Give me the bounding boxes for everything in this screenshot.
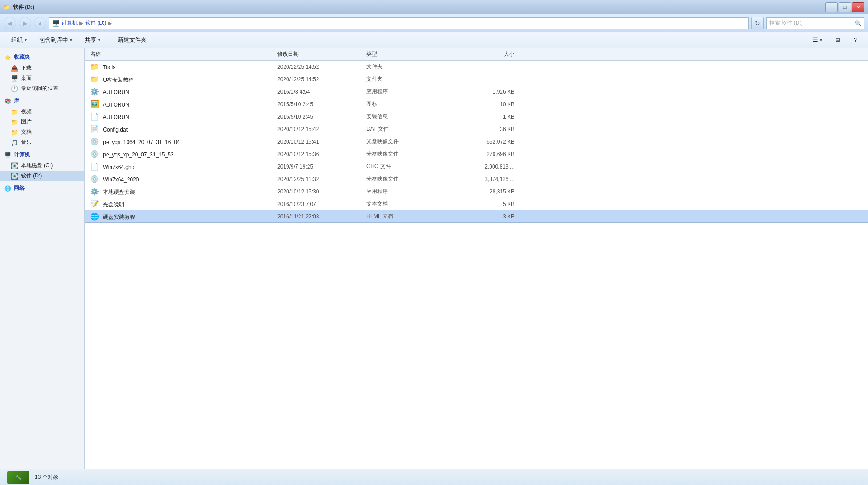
favorites-label: 收藏夹 bbox=[14, 53, 30, 61]
file-date-cell: 2016/11/21 22:03 bbox=[276, 214, 365, 220]
table-row[interactable]: 💿 pe_yqs_1064_20_07_31_16_04 2020/10/12 … bbox=[85, 136, 868, 148]
breadcrumb-drive[interactable]: 软件 (D:) bbox=[85, 19, 106, 27]
sidebar-section-network: 🌐 网络 bbox=[0, 183, 84, 194]
sidebar-group-network[interactable]: 🌐 网络 bbox=[0, 183, 84, 194]
sidebar-item-video[interactable]: 📁 视频 bbox=[0, 107, 84, 117]
file-icon: 🌐 bbox=[90, 213, 99, 220]
file-type-cell: 应用程序 bbox=[365, 88, 445, 95]
video-icon: 📁 bbox=[11, 108, 18, 115]
sidebar-group-favorites[interactable]: ⭐ 收藏夹 bbox=[0, 52, 84, 63]
title-bar-controls: — □ ✕ bbox=[825, 2, 864, 12]
sidebar-item-desktop[interactable]: 🖥️ 桌面 bbox=[0, 73, 84, 83]
file-size-cell: 652,072 KB bbox=[445, 139, 516, 145]
file-date-cell: 2019/9/7 19:25 bbox=[276, 164, 365, 170]
file-type-cell: 应用程序 bbox=[365, 188, 445, 195]
file-name-cell: 💿 pe_yqs_xp_20_07_31_15_53 bbox=[88, 150, 276, 158]
maximize-button[interactable]: □ bbox=[839, 2, 851, 12]
music-icon: 🎵 bbox=[11, 139, 18, 146]
sidebar-item-desktop-label: 桌面 bbox=[21, 74, 32, 82]
file-icon: 📄 bbox=[90, 125, 99, 133]
col-header-date[interactable]: 修改日期 bbox=[276, 50, 365, 58]
view-button[interactable]: ☰ ▾ bbox=[807, 34, 828, 46]
computer-label: 计算机 bbox=[14, 151, 30, 159]
refresh-button[interactable]: ↻ bbox=[751, 17, 764, 29]
file-name: 本地硬盘安装 bbox=[103, 189, 135, 195]
network-icon: 🌐 bbox=[4, 185, 11, 192]
breadcrumb-sep-1: ▶ bbox=[79, 20, 83, 26]
file-name-cell: 🖼️ AUTORUN bbox=[88, 100, 276, 108]
search-icon[interactable]: 🔍 bbox=[855, 20, 861, 26]
file-date-cell: 2020/10/12 15:36 bbox=[276, 151, 365, 157]
sidebar-item-documents[interactable]: 📁 文档 bbox=[0, 127, 84, 137]
new-folder-label: 新建文件夹 bbox=[118, 36, 147, 44]
drive-c-icon: 💽 bbox=[11, 162, 18, 169]
network-label: 网络 bbox=[14, 185, 25, 192]
col-header-size[interactable]: 大小 bbox=[445, 50, 516, 58]
table-row[interactable]: 🌐 硬盘安装教程 2016/11/21 22:03 HTML 文档 3 KB bbox=[85, 210, 868, 223]
file-icon: 💿 bbox=[90, 150, 99, 158]
sidebar-item-drive-d[interactable]: 💽 软件 (D:) bbox=[0, 171, 84, 181]
sidebar-item-music[interactable]: 🎵 音乐 bbox=[0, 137, 84, 148]
new-folder-button[interactable]: 新建文件夹 bbox=[112, 34, 152, 46]
file-name-cell: ⚙️ AUTORUN bbox=[88, 87, 276, 96]
close-button[interactable]: ✕ bbox=[852, 2, 864, 12]
sidebar-group-computer[interactable]: 🖥️ 计算机 bbox=[0, 149, 84, 160]
file-icon: 💿 bbox=[90, 175, 99, 183]
title-bar-left: 📁 软件 (D:) bbox=[4, 4, 34, 11]
sidebar-item-drive-c[interactable]: 💽 本地磁盘 (C:) bbox=[0, 160, 84, 171]
col-header-name[interactable]: 名称 bbox=[88, 50, 276, 58]
sidebar-item-pictures[interactable]: 📁 图片 bbox=[0, 117, 84, 127]
minimize-button[interactable]: — bbox=[825, 2, 838, 12]
file-size-cell: 1,926 KB bbox=[445, 89, 516, 95]
drive-d-icon: 💽 bbox=[11, 173, 18, 180]
share-button[interactable]: 共享 ▾ bbox=[79, 34, 106, 46]
file-icon: 📝 bbox=[90, 200, 99, 208]
pictures-icon: 📁 bbox=[11, 119, 18, 126]
toolbar-right: ☰ ▾ ⊞ ? bbox=[807, 34, 863, 46]
file-name: Win7x64_2020 bbox=[103, 177, 139, 183]
file-type-cell: 光盘映像文件 bbox=[365, 150, 445, 158]
help-button[interactable]: ? bbox=[848, 34, 863, 46]
library-icon: 📚 bbox=[4, 98, 11, 104]
title-bar: 📁 软件 (D:) — □ ✕ bbox=[0, 0, 868, 14]
table-row[interactable]: 📄 Win7x64.gho 2019/9/7 19:25 GHO 文件 2,90… bbox=[85, 160, 868, 173]
breadcrumb-computer[interactable]: 计算机 bbox=[62, 19, 78, 27]
window-title: 软件 (D:) bbox=[13, 4, 34, 11]
sidebar-item-recent[interactable]: 🕐 最近访问的位置 bbox=[0, 83, 84, 94]
file-name: 光盘说明 bbox=[103, 201, 124, 208]
table-row[interactable]: 📝 光盘说明 2016/10/23 7:07 文本文档 5 KB bbox=[85, 198, 868, 210]
breadcrumb-sep-2: ▶ bbox=[108, 20, 112, 26]
address-bar[interactable]: 🖥️ 计算机 ▶ 软件 (D:) ▶ bbox=[49, 17, 749, 29]
sidebar-item-music-label: 音乐 bbox=[21, 139, 32, 146]
documents-icon: 📁 bbox=[11, 129, 18, 136]
table-row[interactable]: 📄 AUTORUN 2015/5/10 2:45 安装信息 1 KB bbox=[85, 111, 868, 123]
table-row[interactable]: 📄 Config.dat 2020/10/12 15:42 DAT 文件 36 … bbox=[85, 123, 868, 136]
sidebar-item-downloads[interactable]: 📥 下载 bbox=[0, 63, 84, 73]
table-row[interactable]: 💿 Win7x64_2020 2020/12/25 11:32 光盘映像文件 3… bbox=[85, 173, 868, 185]
search-bar[interactable]: 搜索 软件 (D:) 🔍 bbox=[766, 17, 864, 29]
up-button[interactable]: ▲ bbox=[34, 17, 46, 29]
file-name: Win7x64.gho bbox=[103, 164, 134, 170]
file-list: 📁 Tools 2020/12/25 14:52 文件夹 📁 U盘安装教程 20… bbox=[85, 61, 868, 469]
column-headers: 名称 修改日期 类型 大小 bbox=[85, 48, 868, 61]
forward-button[interactable]: ▶ bbox=[19, 17, 31, 29]
table-row[interactable]: 📁 Tools 2020/12/25 14:52 文件夹 bbox=[85, 61, 868, 73]
file-type-cell: 图标 bbox=[365, 100, 445, 108]
sidebar-section-favorites: ⭐ 收藏夹 📥 下载 🖥️ 桌面 🕐 最近访问的位置 bbox=[0, 52, 84, 94]
table-row[interactable]: ⚙️ AUTORUN 2016/1/8 4:54 应用程序 1,926 KB bbox=[85, 86, 868, 98]
file-date-cell: 2020/10/12 15:42 bbox=[276, 126, 365, 132]
window-icon: 📁 bbox=[4, 4, 10, 10]
table-row[interactable]: ⚙️ 本地硬盘安装 2020/10/12 15:30 应用程序 28,315 K… bbox=[85, 185, 868, 198]
file-name-cell: 🌐 硬盘安装教程 bbox=[88, 212, 276, 221]
include-library-button[interactable]: 包含到库中 ▾ bbox=[33, 34, 78, 46]
file-date-cell: 2020/12/25 14:52 bbox=[276, 76, 365, 82]
table-row[interactable]: 💿 pe_yqs_xp_20_07_31_15_53 2020/10/12 15… bbox=[85, 148, 868, 160]
back-button[interactable]: ◀ bbox=[4, 17, 16, 29]
organize-button[interactable]: 组织 ▾ bbox=[5, 34, 33, 46]
table-row[interactable]: 🖼️ AUTORUN 2015/5/10 2:45 图标 10 KB bbox=[85, 98, 868, 111]
sidebar-group-library[interactable]: 📚 库 bbox=[0, 95, 84, 107]
library-label: 库 bbox=[14, 97, 19, 105]
table-row[interactable]: 📁 U盘安装教程 2020/12/25 14:52 文件夹 bbox=[85, 73, 868, 86]
col-header-type[interactable]: 类型 bbox=[365, 50, 445, 58]
preview-pane-button[interactable]: ⊞ bbox=[830, 34, 846, 46]
